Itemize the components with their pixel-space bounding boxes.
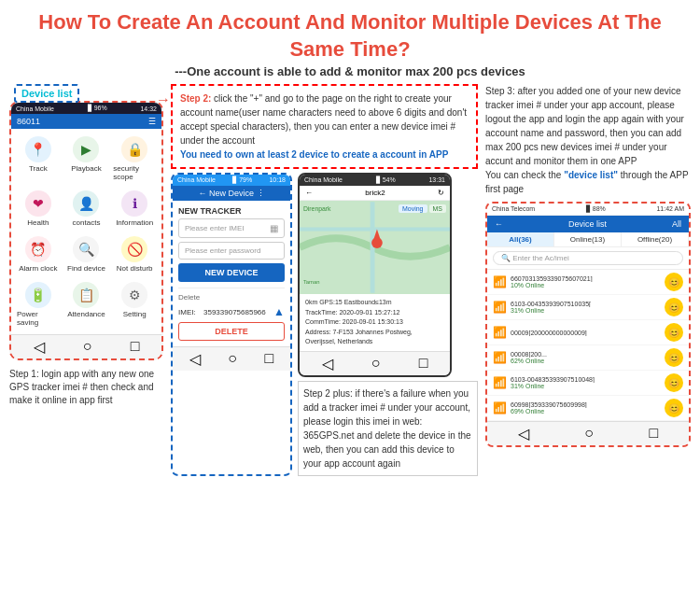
phone1-status-bar: China Mobile ▊ 96% 14:32 [11,103,161,114]
menu-item-info[interactable]: ℹ Information [111,187,158,231]
home-nav-icon[interactable]: ○ [83,338,92,356]
new-device-title: New Device [209,189,254,198]
dl-signal: ▊ 88% [586,205,606,213]
menu-item-contacts[interactable]: 👤 contacts [63,187,110,231]
setting-icon: ⚙ [121,282,147,308]
back-nav-icon[interactable]: ◁ [34,338,45,356]
powersaving-icon: 🔋 [25,282,51,308]
new-device-button[interactable]: NEW DEVICE [178,263,285,282]
dl-header: ← Device list All [487,216,689,232]
phone1-mock: China Mobile ▊ 96% 14:32 86011 ☰ 📍 Track… [9,101,163,360]
dl-search-input[interactable]: 🔍 Enter the Ac/imei [493,251,683,265]
password-placeholder: Please enter password [185,246,260,255]
more-btn[interactable]: ⋮ [257,189,265,198]
dl-tabs: All(36) Online(13) Offline(20) [487,232,689,247]
device-status-4: 31% Online [511,383,661,389]
recent-nav4-icon[interactable]: □ [650,425,659,442]
recent-nav2-icon[interactable]: □ [265,350,274,368]
search-icon: 🔍 [501,254,511,262]
main-container: How To Create An Account And Monitor Mul… [0,0,700,604]
header-section: How To Create An Account And Monitor Mul… [9,9,691,78]
map-badges: Moving MS [399,204,446,213]
device-item-4[interactable]: 📶 6103-004835393907510048] 31% Online 😊 [487,371,689,396]
device-item-3[interactable]: 📶 00008[200... 62% Online 😊 [487,345,689,371]
menu-item-alarm[interactable]: ⏰ Alarm clock [15,232,62,276]
delete-button[interactable]: DELETE [178,322,285,341]
device-status-1: 31% Online [511,307,661,314]
home-nav4-icon[interactable]: ○ [584,425,594,442]
map-carrier: China Mobile [304,176,343,184]
device-info-5: 60998[359339075609998] 69% Online [511,401,661,414]
recent-nav-icon[interactable]: □ [131,338,140,356]
back-btn[interactable]: ← [198,189,206,198]
dl-back-icon[interactable]: ← [495,219,503,229]
device-item-0[interactable]: 📶 6607031359339075607021] 10% Online 😊 [487,270,689,295]
step3-text2: You can check the "device list" through … [485,170,688,194]
menu-item-health[interactable]: ❤ Health [15,187,62,231]
left-phone-section: Device list → China Mobile ▊ 96% 14:32 8… [9,84,163,476]
menu-icon[interactable]: ☰ [148,117,156,126]
step3-text: Step 3: after you added one of your new … [485,84,691,196]
svg-text:Direnpark: Direnpark [303,205,331,213]
password-input[interactable]: Please enter password [178,242,285,260]
menu-item-powersaving[interactable]: 🔋 Power saving [15,278,62,330]
menu-item-security[interactable]: 🔒 security scope [111,133,158,185]
middle-section: Step 2: click the "+" and go to the page… [171,84,478,476]
dl-tab-online[interactable]: Online(13) [554,232,622,246]
imei-input[interactable]: Please enter IMEI ▦ [178,218,285,238]
device-item-1[interactable]: 📶 6103-00435393907510035[ 31% Online 😊 [487,295,689,320]
menu-label-info: Information [116,218,153,227]
dl-all-btn[interactable]: All [672,219,681,229]
map-refresh-icon[interactable]: ↻ [438,189,444,197]
new-tracker-label: NEW TRACKER [178,206,285,216]
step2-text1: Step 2: click the "+" and go to the page… [180,93,467,146]
back-nav4-icon[interactable]: ◁ [518,425,529,442]
security-icon: 🔒 [121,136,147,162]
arrow-right-icon: → [156,91,171,108]
phone2-titlebar: ← New Device ⋮ [173,186,290,201]
menu-label-alarm: Alarm clock [19,264,57,273]
step3-text1: Step 3: after you added one of your new … [485,86,684,166]
map-area: Direnpark Taman Moving MS [300,201,450,294]
menu-item-track[interactable]: 📍 Track [15,133,62,185]
device-item-5[interactable]: 📶 60998[359339075609998] 69% Online 😊 [487,396,689,421]
phone1-carrier: China Mobile [16,105,54,112]
map-back-icon[interactable]: ← [305,189,313,197]
back-nav2-icon[interactable]: ◁ [189,350,201,368]
map-speed: 0km GPS:15 Eastbound≤13m [305,298,444,308]
imei-placeholder: Please enter IMEI [185,224,245,232]
home-nav3-icon[interactable]: ○ [371,355,381,372]
phone2-time: 10:18 [269,176,286,184]
menu-grid: 📍 Track ▶ Playback 🔒 security scope ❤ He… [11,129,161,334]
dl-carrier: China Telecom [492,205,535,213]
ms-badge: MS [429,204,447,213]
attendance-icon: 📋 [73,282,99,308]
device-imei-4: 6103-004835393907510048] [511,376,661,383]
imei-value: 359339075685966 [203,308,266,316]
menu-item-setting[interactable]: ⚙ Setting [111,278,158,330]
phone2-signal: ▊ 79% [232,176,252,184]
home-nav2-icon[interactable]: ○ [228,350,237,368]
main-title: How To Create An Account And Monitor Mul… [9,9,691,63]
device-imei-0: 6607031359339075607021] [511,275,661,282]
navigate-icon[interactable]: ▲ [273,305,285,318]
back-nav3-icon[interactable]: ◁ [322,355,333,372]
qr-icon[interactable]: ▦ [270,223,278,233]
dl-tab-offline[interactable]: Offline(20) [622,232,689,246]
map-section: China Mobile ▊ 54% 13:31 ← brick2 ↻ [298,173,478,476]
dl-title: Device list [568,219,607,229]
device-item-2[interactable]: 📶 00009[200000000000009] 😊 [487,320,689,345]
dl-tab-all[interactable]: All(36) [487,232,554,246]
dl-time: 11:42 AM [656,205,684,213]
recent-nav3-icon[interactable]: □ [419,355,428,372]
menu-item-finddevice[interactable]: 🔍 Find device [63,232,110,276]
map-time: 13:31 [428,176,445,184]
menu-label-health: Health [27,218,49,227]
menu-item-playback[interactable]: ▶ Playback [63,133,110,185]
device-info-2: 00009[200000000000009] [511,330,661,336]
phone1-navbar: ◁ ○ □ [11,334,161,358]
delete-title: Delete [178,293,285,302]
menu-item-nodisturb[interactable]: 🚫 Not disturb [111,232,158,276]
menu-item-attendance[interactable]: 📋 Attendance [63,278,110,330]
menu-label-track: Track [29,164,48,173]
